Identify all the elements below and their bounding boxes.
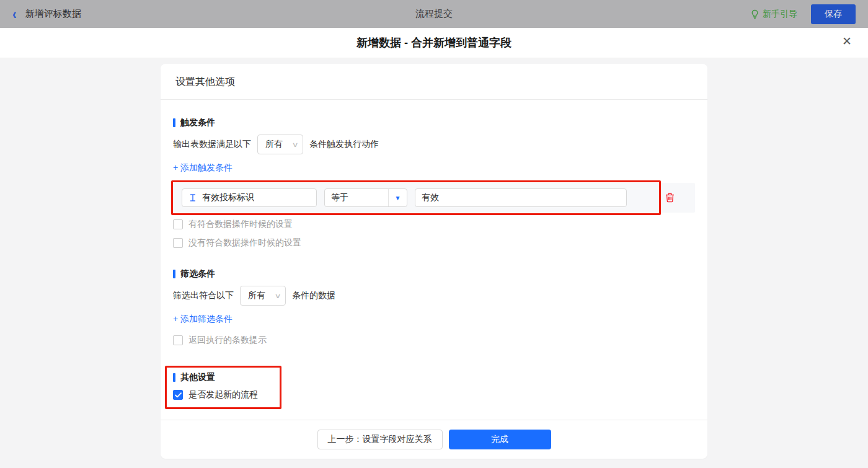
checkbox-row-match-data[interactable]: 有符合数据操作时候的设置 xyxy=(173,219,695,230)
filter-sentence: 筛选出符合以下 所有 ∨ 条件的数据 xyxy=(173,286,695,306)
checkbox-no-match-data-label: 没有符合数据操作时候的设置 xyxy=(188,237,301,249)
checkbox-match-data[interactable] xyxy=(173,219,183,229)
topbar-title: 流程提交 xyxy=(0,8,868,20)
modal-header: 新增数据 - 合并新增到普通字段 ✕ xyxy=(0,28,868,58)
checkbox-new-flow-label: 是否发起新的流程 xyxy=(188,389,258,400)
checkbox-row-no-match-data[interactable]: 没有符合数据操作时候的设置 xyxy=(173,237,695,249)
trigger-sentence-prefix: 输出表数据满足以下 xyxy=(173,139,251,150)
section-marker-bar xyxy=(173,270,175,278)
caret-down-icon: ▼ xyxy=(388,189,407,206)
trigger-sentence-suffix: 条件触发执行动作 xyxy=(309,139,379,150)
beginner-guide-link[interactable]: 新手引导 xyxy=(750,9,797,20)
condition-value-text: 有效 xyxy=(422,192,439,203)
trigger-condition-row: 有效投标标识 等于 ▼ 有效 xyxy=(173,183,695,213)
beginner-guide-label: 新手引导 xyxy=(763,9,797,20)
checkbox-match-data-label: 有符合数据操作时候的设置 xyxy=(188,219,293,230)
other-settings-section: 其他设置 是否发起新的流程 xyxy=(173,372,258,400)
chevron-down-icon: ∨ xyxy=(274,292,281,300)
chevron-down-icon: ∨ xyxy=(291,141,298,149)
filter-sentence-prefix: 筛选出符合以下 xyxy=(173,290,234,301)
other-section-title-text: 其他设置 xyxy=(180,372,215,383)
trigger-match-select[interactable]: 所有 ∨ xyxy=(257,135,303,154)
modal-title: 新增数据 - 合并新增到普通字段 xyxy=(356,35,512,50)
filter-match-select[interactable]: 所有 ∨ xyxy=(240,286,286,306)
filter-section-title: 筛选条件 xyxy=(173,268,695,280)
trigger-section-title-text: 触发条件 xyxy=(180,117,215,128)
delete-condition-button[interactable] xyxy=(665,192,675,203)
condition-operator-select[interactable]: 等于 ▼ xyxy=(324,188,407,207)
trigger-section-title: 触发条件 xyxy=(173,117,695,128)
condition-field-input[interactable]: 有效投标标识 xyxy=(182,188,317,207)
back-label[interactable]: 新增评标数据 xyxy=(25,8,81,20)
checkbox-count-tip-label: 返回执行的条数提示 xyxy=(188,335,267,346)
text-field-type-icon xyxy=(188,193,197,203)
card-header-title: 设置其他选项 xyxy=(161,64,707,100)
trigger-sentence: 输出表数据满足以下 所有 ∨ 条件触发执行动作 xyxy=(173,135,695,154)
close-icon[interactable]: ✕ xyxy=(842,35,852,47)
card-body: 触发条件 输出表数据满足以下 所有 ∨ 条件触发执行动作 + 添加触发条件 xyxy=(161,100,707,420)
prev-step-button[interactable]: 上一步：设置字段对应关系 xyxy=(317,430,443,449)
card-footer: 上一步：设置字段对应关系 完成 xyxy=(161,420,707,459)
checkbox-row-new-flow[interactable]: 是否发起新的流程 xyxy=(173,389,258,400)
topbar-back[interactable]: ‹ 新增评标数据 xyxy=(12,8,81,20)
options-card: 设置其他选项 触发条件 输出表数据满足以下 所有 ∨ 条件触发执行动作 + 添加… xyxy=(161,64,707,459)
lightbulb-icon xyxy=(750,9,760,19)
back-chevron-icon[interactable]: ‹ xyxy=(12,7,17,22)
trigger-match-select-value: 所有 xyxy=(265,139,283,150)
app-topbar: ‹ 新增评标数据 流程提交 新手引导 保存 xyxy=(0,0,868,28)
add-filter-condition-link[interactable]: + 添加筛选条件 xyxy=(173,314,232,325)
add-trigger-condition-link[interactable]: + 添加触发条件 xyxy=(173,162,232,174)
modal-body: 设置其他选项 触发条件 输出表数据满足以下 所有 ∨ 条件触发执行动作 + 添加… xyxy=(0,58,868,468)
other-section-title: 其他设置 xyxy=(173,372,258,383)
condition-operator-value: 等于 xyxy=(325,189,388,206)
checkbox-no-match-data[interactable] xyxy=(173,238,183,248)
checkbox-new-flow[interactable] xyxy=(173,390,183,400)
filter-section-title-text: 筛选条件 xyxy=(180,268,215,280)
section-marker-bar xyxy=(173,118,175,127)
filter-match-select-value: 所有 xyxy=(248,290,265,301)
condition-field-value: 有效投标标识 xyxy=(202,192,254,203)
filter-sentence-suffix: 条件的数据 xyxy=(292,290,335,301)
done-button[interactable]: 完成 xyxy=(449,430,551,449)
checkbox-count-tip[interactable] xyxy=(173,335,183,345)
condition-value-input[interactable]: 有效 xyxy=(415,188,627,207)
checkbox-row-count-tip[interactable]: 返回执行的条数提示 xyxy=(173,335,695,346)
section-marker-bar xyxy=(173,373,175,382)
save-button[interactable]: 保存 xyxy=(811,4,856,24)
